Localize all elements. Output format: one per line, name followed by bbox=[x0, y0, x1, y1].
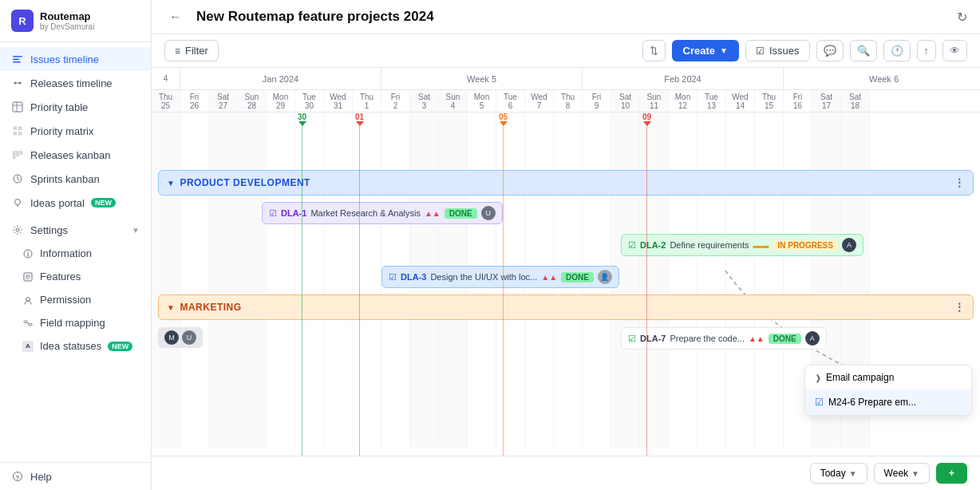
sidebar-nav: Issues timeline Releases timeline Priori… bbox=[0, 42, 151, 462]
priority-icon-3: ▲▲ bbox=[541, 273, 557, 282]
sort-button[interactable]: ⇅ bbox=[642, 40, 666, 61]
right-panel-item-email[interactable]: ❱ Email campaign bbox=[805, 366, 971, 390]
svg-rect-11 bbox=[14, 132, 18, 136]
group-marketing: ▼ MARKETING ⋮ M U ☑ DLA-7 bbox=[158, 294, 974, 355]
milestone-05-num: 05 bbox=[499, 113, 508, 121]
check-icon-4: ☑ bbox=[628, 334, 636, 344]
svg-rect-13 bbox=[13, 151, 16, 159]
group-marketing-header[interactable]: ▼ MARKETING ⋮ bbox=[158, 294, 974, 320]
sidebar-item-releases-kanban[interactable]: Releases kanban bbox=[0, 143, 151, 167]
day-sun28: Sun28 bbox=[238, 90, 267, 112]
week-feb-2024: Feb 2024 bbox=[583, 68, 784, 89]
right-panel: ❱ Email campaign ☑ M24-6 Prepare em... bbox=[804, 365, 972, 416]
issue-DLA-3[interactable]: ☑ DLA-3 Design the UI/UX with loc... ▲▲ … bbox=[158, 263, 974, 291]
day-tue30: Tue30 bbox=[295, 90, 324, 112]
svg-rect-9 bbox=[14, 127, 18, 131]
sidebar-item-sprints-kanban[interactable]: Sprints kanban bbox=[0, 167, 151, 191]
settings-header[interactable]: Settings ▼ bbox=[0, 218, 151, 242]
create-label: Create bbox=[683, 45, 715, 57]
sidebar-item-releases-timeline[interactable]: Releases timeline bbox=[0, 71, 151, 95]
chat-button[interactable]: 💬 bbox=[816, 40, 844, 61]
sidebar-item-permission[interactable]: Permission bbox=[0, 288, 151, 311]
milestone-30[interactable]: 30 Finish testing fe... bbox=[298, 113, 306, 126]
logo-sub: by DevSamurai bbox=[40, 22, 94, 31]
sidebar-item-label: Idea statuses bbox=[40, 340, 101, 352]
day-sat18: Sat18 bbox=[841, 90, 870, 112]
chevron-icon: ❱ bbox=[815, 373, 821, 382]
sidebar-item-field-mapping[interactable]: Field mapping bbox=[0, 311, 151, 334]
logo-text: Routemap by DevSamurai bbox=[40, 10, 94, 31]
milestone-05[interactable]: 05 Start developing bbox=[499, 113, 508, 126]
svg-rect-15 bbox=[20, 151, 23, 155]
sidebar-help[interactable]: ? Help bbox=[0, 462, 151, 490]
sidebar-item-label: Information bbox=[40, 247, 92, 259]
sidebar-item-priority-matrix[interactable]: Priority matrix bbox=[0, 119, 151, 143]
group-menu-icon[interactable]: ⋮ bbox=[954, 176, 966, 189]
done-badge-4: DONE bbox=[769, 334, 801, 344]
dla7-id: DLA-7 bbox=[640, 334, 666, 343]
marketing-avatar-bar[interactable]: M U bbox=[158, 327, 203, 348]
svg-rect-2 bbox=[13, 61, 21, 63]
milestone-09[interactable]: 09 Complete resear... bbox=[642, 113, 651, 126]
page-header: ← New Routemap feature projects 2024 ↻ bbox=[152, 0, 980, 34]
week-jan: 4 bbox=[152, 68, 180, 89]
svg-rect-12 bbox=[18, 132, 22, 136]
info-icon bbox=[22, 248, 34, 259]
create-chevron-icon: ▼ bbox=[720, 46, 728, 55]
sidebar-item-information[interactable]: Information bbox=[0, 242, 151, 265]
page-title: New Routemap feature projects 2024 bbox=[196, 9, 947, 25]
new-badge: NEW bbox=[91, 198, 116, 207]
back-button[interactable]: ← bbox=[164, 8, 187, 26]
day-mon12: Mon12 bbox=[669, 90, 697, 112]
ideastatus-icon: A bbox=[22, 341, 34, 352]
timeline-container[interactable]: 4 Jan 2024 Week 5 Feb 2024 Week 6 Feb 20… bbox=[152, 68, 980, 456]
new-badge-2: NEW bbox=[108, 342, 132, 351]
view-button[interactable]: 👁 bbox=[942, 40, 967, 61]
sidebar-item-label: Priority table bbox=[30, 101, 88, 113]
priority-icon-4: ▲▲ bbox=[749, 334, 765, 343]
sidebar-item-issues-timeline[interactable]: Issues timeline bbox=[0, 47, 151, 71]
svg-rect-6 bbox=[13, 102, 22, 112]
right-panel-item-m246[interactable]: ☑ M24-6 Prepare em... bbox=[805, 390, 971, 415]
week5-label: Week 5 bbox=[381, 68, 583, 89]
filter-button[interactable]: ≡ Filter bbox=[164, 40, 219, 61]
issue-DLA-7[interactable]: ☑ DLA-7 Prepare the code... ▲▲ DONE A bbox=[621, 327, 827, 350]
green-action-button[interactable]: + bbox=[936, 463, 967, 484]
day-sat10: Sat10 bbox=[611, 90, 640, 112]
group-product-header[interactable]: ▼ PRODUCT DEVELOPMENT ⋮ bbox=[158, 170, 974, 196]
group-menu-icon-2[interactable]: ⋮ bbox=[954, 301, 966, 314]
search-button[interactable]: 🔍 bbox=[850, 40, 877, 61]
svg-text:?: ? bbox=[16, 474, 20, 481]
share-button[interactable]: ↑ bbox=[917, 40, 937, 61]
sidebar-item-idea-statuses[interactable]: A Idea statuses NEW bbox=[0, 334, 151, 358]
avatar-3: 👤 bbox=[598, 270, 612, 284]
create-button[interactable]: Create ▼ bbox=[672, 40, 739, 61]
today-chevron-icon: ▼ bbox=[849, 469, 857, 478]
timeline-content: 4 Jan 2024 Week 5 Feb 2024 Week 6 Feb 20… bbox=[152, 68, 980, 448]
sidebar-item-features[interactable]: Features bbox=[0, 265, 151, 288]
sidebar-item-priority-table[interactable]: Priority table bbox=[0, 95, 151, 119]
kanban-icon bbox=[11, 148, 24, 161]
day-sat3: Sat3 bbox=[410, 90, 439, 112]
day-tue6: Tue6 bbox=[496, 90, 525, 112]
issue-DLA-2[interactable]: ☑ DLA-2 Define requirements ▬▬ IN PROGRE… bbox=[158, 231, 974, 259]
issues-button[interactable]: ☑ Issues bbox=[745, 40, 810, 61]
week-button[interactable]: Week ▼ bbox=[874, 463, 930, 484]
svg-line-30 bbox=[27, 322, 29, 325]
sidebar-item-label: Sprints kanban bbox=[30, 173, 100, 185]
priority-icon-2: ▬▬ bbox=[753, 241, 769, 250]
day-thu1: Thu1 bbox=[353, 90, 381, 112]
done-badge: DONE bbox=[445, 208, 477, 219]
milestone-01[interactable]: 01 Bug fix bbox=[355, 113, 364, 126]
sidebar-logo[interactable]: R Routemap by DevSamurai bbox=[0, 0, 151, 42]
day-thu25: Thu25 bbox=[152, 90, 180, 112]
sidebar-item-label: Issues timeline bbox=[30, 53, 99, 65]
today-button[interactable]: Today ▼ bbox=[810, 463, 867, 484]
refresh-button[interactable]: ↻ bbox=[957, 10, 967, 25]
dla2-id: DLA-2 bbox=[640, 240, 666, 250]
issue-DLA-1[interactable]: ☑ DLA-1 Market Research & Analysis ▲▲ DO… bbox=[158, 199, 974, 227]
sidebar-item-ideas-portal[interactable]: Ideas portal NEW bbox=[0, 191, 151, 215]
releases-icon bbox=[11, 77, 24, 89]
clock-button[interactable]: 🕐 bbox=[883, 40, 911, 61]
sidebar-item-label: Features bbox=[40, 271, 81, 283]
